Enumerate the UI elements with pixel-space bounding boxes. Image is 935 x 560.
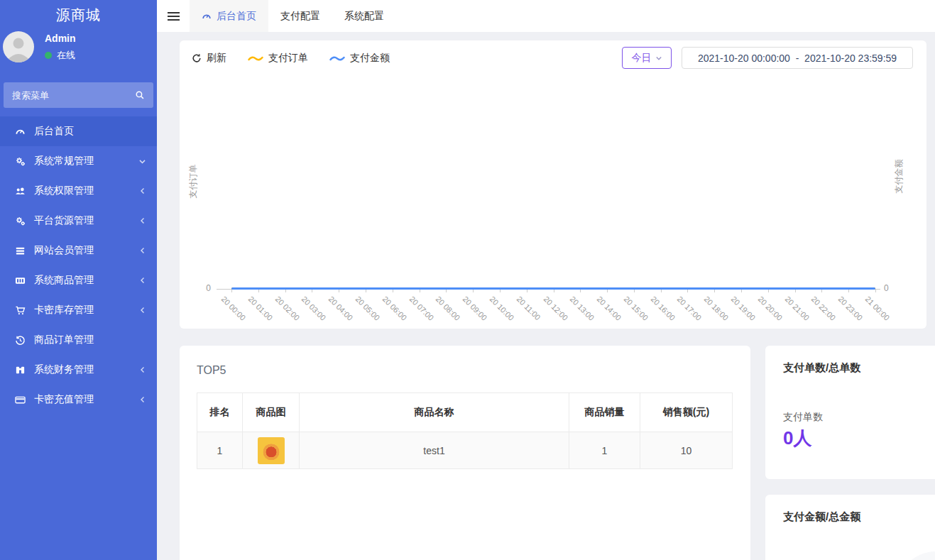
hamburger-menu-icon[interactable] xyxy=(157,0,190,32)
main-content: 刷新 支付订单 支付金额 今日 0 0 xyxy=(157,32,935,560)
user-silhouette-icon xyxy=(3,31,34,62)
y-axis-title-right: 支付金额 xyxy=(893,155,905,198)
x-axis-label: 20 19:00 xyxy=(730,295,758,322)
menu-search xyxy=(4,82,153,108)
cogs-icon xyxy=(14,156,26,167)
pay-amount-card: 支付金额/总金额 xyxy=(765,495,935,560)
y-axis-min-right: 0 xyxy=(884,283,889,293)
cogs-icon xyxy=(14,216,26,226)
tab-system-config[interactable]: 系统配置 xyxy=(332,0,396,32)
stat-title: 支付单数/总单数 xyxy=(783,361,860,375)
sidebar-item-label: 商品订单管理 xyxy=(34,334,94,346)
x-axis-tick xyxy=(687,290,688,292)
x-axis-tick xyxy=(554,290,554,292)
x-axis-tick xyxy=(446,290,447,292)
x-axis-label: 20 07:00 xyxy=(408,295,435,322)
x-axis-label: 20 17:00 xyxy=(676,295,704,322)
x-axis-tick xyxy=(607,290,608,292)
x-axis-tick xyxy=(634,290,635,292)
tab-label: 支付配置 xyxy=(280,0,320,32)
x-axis-tick xyxy=(714,290,715,292)
top5-table: 排名 商品图 商品名称 商品销量 销售额(元) 1 test1 1 10 xyxy=(197,392,733,469)
sidebar-item-product-orders[interactable]: 商品订单管理 xyxy=(0,325,157,355)
tab-label: 系统配置 xyxy=(344,0,384,32)
product-thumbnail xyxy=(258,437,285,464)
column-header: 商品名称 xyxy=(300,393,569,432)
chevron-left-icon xyxy=(139,366,146,373)
cell-image xyxy=(243,432,300,469)
x-axis-label: 20 01:00 xyxy=(246,295,274,322)
x-axis-tick xyxy=(258,290,259,292)
chevron-left-icon xyxy=(139,307,146,314)
dashboard-icon xyxy=(202,11,212,21)
x-axis-tick xyxy=(366,290,366,292)
search-input[interactable] xyxy=(4,82,153,108)
sidebar-item-system-permission[interactable]: 系统权限管理 xyxy=(0,176,157,206)
x-axis-label: 20 00:00 xyxy=(220,295,248,322)
user-status: 在线 xyxy=(45,49,75,62)
x-axis-label: 20 11:00 xyxy=(515,295,542,322)
x-axis-label: 20 15:00 xyxy=(622,295,650,322)
pay-count-card: 支付单数/总单数 支付单数 0人 xyxy=(765,346,935,479)
sidebar-item-label: 系统权限管理 xyxy=(34,185,94,197)
chevron-left-icon xyxy=(139,277,146,284)
x-axis-tick xyxy=(527,290,527,292)
sidebar-item-label: 卡密充值管理 xyxy=(34,393,94,406)
x-axis-label: 20 04:00 xyxy=(327,295,355,322)
user-block: Admin 在线 xyxy=(0,30,157,79)
sidebar-item-label: 系统常规管理 xyxy=(34,155,94,168)
x-axis-tick xyxy=(661,290,662,292)
x-axis-tick xyxy=(580,290,581,292)
tab-payment-config[interactable]: 支付配置 xyxy=(268,0,332,32)
line-chart: 0 0 支付订单 支付金额 20 00:0020 01:0020 02:0020… xyxy=(180,40,926,329)
cell-sales: 1 xyxy=(569,432,640,469)
x-axis-tick xyxy=(285,290,286,292)
sidebar-item-label: 后台首页 xyxy=(34,125,74,138)
sidebar-item-platform-supply[interactable]: 平台货源管理 xyxy=(0,206,157,236)
x-axis-label: 20 06:00 xyxy=(381,295,408,322)
sidebar-item-dashboard[interactable]: 后台首页 xyxy=(0,116,157,146)
table-header-row: 排名 商品图 商品名称 商品销量 销售额(元) xyxy=(197,393,733,432)
x-axis-label: 20 08:00 xyxy=(434,295,462,322)
x-axis-tick xyxy=(875,290,876,292)
sidebar-item-label: 卡密库存管理 xyxy=(34,304,94,317)
x-axis-label: 20 05:00 xyxy=(354,295,381,322)
stat-label: 支付单数 xyxy=(783,411,823,424)
tab-dashboard[interactable]: 后台首页 xyxy=(190,0,268,32)
sidebar-item-card-recharge[interactable]: 卡密充值管理 xyxy=(0,385,157,414)
x-axis-label: 20 22:00 xyxy=(810,295,838,322)
top5-title: TOP5 xyxy=(197,364,226,377)
y-axis-min-left: 0 xyxy=(194,283,211,293)
sidebar-item-label: 系统财务管理 xyxy=(34,363,94,376)
sidebar-item-card-stock[interactable]: 卡密库存管理 xyxy=(0,295,157,325)
credit-card-icon xyxy=(14,395,26,405)
column-header: 排名 xyxy=(197,393,243,432)
stat-value: 0人 xyxy=(783,426,811,451)
chevron-left-icon xyxy=(139,396,146,403)
x-axis-tick xyxy=(339,290,339,292)
sidebar-item-system-general[interactable]: 系统常规管理 xyxy=(0,146,157,176)
x-axis-label: 20 09:00 xyxy=(461,295,489,322)
x-axis-tick xyxy=(741,290,742,292)
sidebar-item-site-members[interactable]: 网站会员管理 xyxy=(0,236,157,265)
x-axis-label: 20 12:00 xyxy=(542,295,569,322)
x-axis-label: 20 14:00 xyxy=(596,295,623,322)
decor-circle xyxy=(897,551,935,560)
sidebar-item-label: 网站会员管理 xyxy=(34,244,94,257)
chevron-left-icon xyxy=(139,247,146,254)
x-axis-label: 20 13:00 xyxy=(569,295,596,322)
table-row: 1 test1 1 10 xyxy=(197,432,733,469)
x-axis-label: 20 18:00 xyxy=(703,295,731,322)
x-axis-label: 20 02:00 xyxy=(273,295,301,322)
topbar: 后台首页 支付配置 系统配置 xyxy=(157,0,935,32)
search-icon[interactable] xyxy=(135,90,145,102)
user-name: Admin xyxy=(45,33,76,44)
sidebar-item-system-products[interactable]: 系统商品管理 xyxy=(0,265,157,295)
sidebar-item-system-finance[interactable]: 系统财务管理 xyxy=(0,355,157,385)
online-label: 在线 xyxy=(57,49,75,62)
app-title: 源商城 xyxy=(0,0,157,30)
x-axis-tick xyxy=(312,290,312,292)
x-axis-label: 21 00:00 xyxy=(864,295,892,322)
x-axis-tick xyxy=(500,290,501,292)
x-axis-label: 20 20:00 xyxy=(756,295,784,322)
